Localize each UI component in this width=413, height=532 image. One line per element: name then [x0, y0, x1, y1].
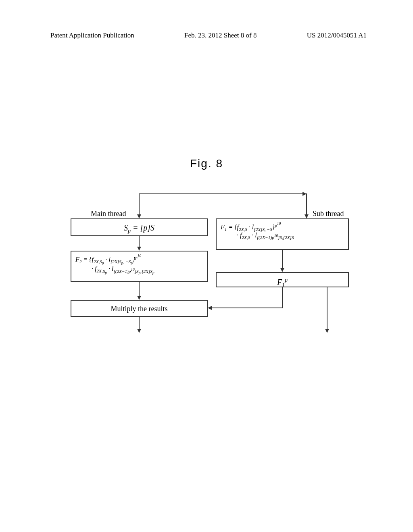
- box-f1p: F1p: [216, 272, 349, 287]
- box-sp: Sp = [p]S: [71, 218, 208, 236]
- f2-line2: · f2X,Sp · l[(2X−1)p10]Sp,[2X]Sp: [75, 265, 203, 274]
- arrow-line: [282, 250, 283, 268]
- sub-thread-label: Sub thread: [313, 210, 344, 218]
- page-header: Patent Application Publication Feb. 23, …: [0, 31, 413, 39]
- sp-formula: Sp = [p]S: [124, 223, 154, 232]
- arrow-head: [137, 329, 141, 333]
- figure-label: Fig. 8: [0, 157, 413, 170]
- arrow-head: [208, 306, 212, 310]
- box-f2: F2 = {f2X,Sp · l[2X]Sp, −Sp}p10 · f2X,Sp…: [71, 251, 208, 282]
- f1-line2: · f2X,S · l[(2X−1)p10]S,[2X]S: [221, 232, 344, 240]
- header-center: Feb. 23, 2012 Sheet 8 of 8: [184, 31, 257, 39]
- arrow-line: [212, 308, 283, 308]
- header-right: US 2012/0045051 A1: [307, 31, 367, 39]
- f2-line1: F2 = {f2X,Sp · l[2X]Sp, −Sp}p10: [75, 254, 203, 265]
- arrow-line: [139, 193, 306, 194]
- arrow-line: [306, 193, 307, 214]
- main-thread-label: Main thread: [91, 210, 126, 218]
- arrow-line: [282, 287, 283, 308]
- header-left: Patent Application Publication: [50, 31, 134, 39]
- arrow-head: [137, 247, 141, 251]
- flowchart-diagram: Main thread Sub thread Sp = [p]S F1 = {f…: [63, 185, 353, 347]
- arrow-head: [137, 214, 141, 218]
- arrow-line: [139, 236, 140, 247]
- arrow-line: [139, 193, 140, 214]
- arrow-head: [302, 192, 307, 196]
- f1p-formula: F1p: [277, 278, 288, 287]
- arrow-line: [327, 287, 327, 329]
- f1-line1: F1 = {f2X,S · l[2X]S, −S}p10: [221, 222, 344, 232]
- box-multiply: Multiply the results: [71, 300, 208, 317]
- arrow-head: [280, 268, 284, 272]
- arrow-head: [325, 329, 329, 333]
- arrow-line: [139, 317, 140, 329]
- box-f1: F1 = {f2X,S · l[2X]S, −S}p10 · f2X,S · l…: [216, 218, 349, 250]
- arrow-line: [139, 282, 140, 296]
- arrow-head: [137, 296, 141, 300]
- arrow-head: [305, 214, 309, 218]
